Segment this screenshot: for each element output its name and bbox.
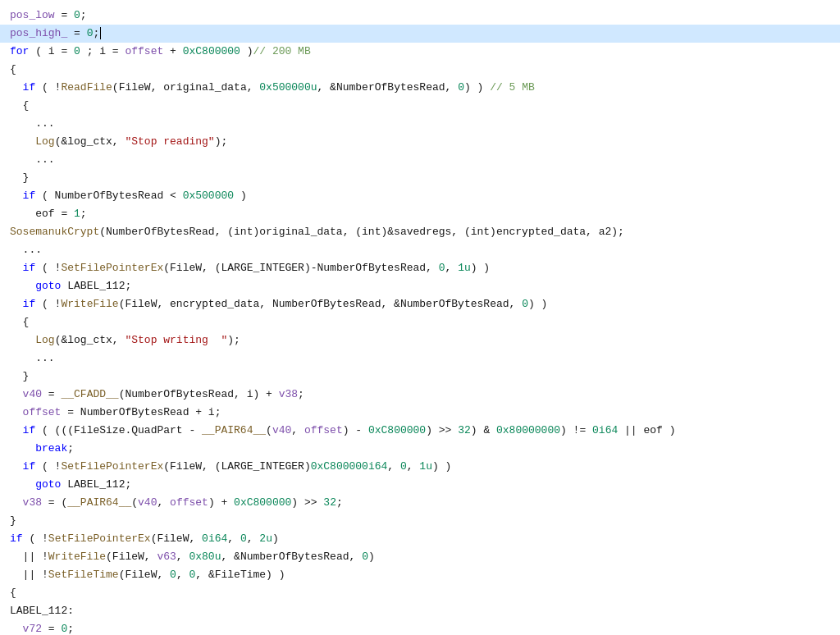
code-line-content: eof = 1; bbox=[10, 205, 830, 223]
code-token: 0 bbox=[240, 532, 247, 545]
code-token: ... bbox=[10, 153, 55, 166]
code-token: = bbox=[42, 388, 61, 400]
code-token: offset bbox=[170, 496, 208, 509]
code-token: = bbox=[42, 623, 61, 635]
code-token bbox=[10, 280, 35, 292]
code-token: 0xC800000 bbox=[234, 496, 291, 509]
code-token: (FileW, original_data, bbox=[112, 81, 259, 94]
code-line: v72 = 0; bbox=[0, 620, 840, 635]
code-token: i = bbox=[48, 45, 74, 57]
code-token: WriteFile bbox=[61, 298, 118, 310]
code-token: ); bbox=[227, 334, 240, 346]
code-token: if bbox=[23, 424, 36, 436]
code-token: 0 bbox=[362, 550, 368, 563]
code-token: ( bbox=[266, 424, 272, 436]
code-line-content: if ( !SetFilePointerEx(FileW, 0i64, 0, 2… bbox=[10, 530, 830, 548]
code-token: "Stop reading" bbox=[125, 135, 214, 148]
code-token: 0 bbox=[170, 569, 176, 581]
code-line-content: } bbox=[10, 169, 830, 187]
code-token: ... bbox=[10, 352, 55, 364]
code-line: SosemanukCrypt(NumberOfBytesRead, (int)o… bbox=[0, 223, 840, 241]
code-token: // 5 MB bbox=[490, 81, 535, 94]
code-line-content: || !SetFileTime(FileW, 0, 0, &FileTime) … bbox=[10, 566, 830, 584]
code-line-content: { bbox=[10, 313, 830, 331]
code-token: ... bbox=[10, 117, 55, 130]
code-token: ) >> bbox=[426, 424, 458, 436]
code-token: LABEL_112; bbox=[61, 280, 131, 292]
code-token: pos_low bbox=[10, 9, 55, 21]
code-token: 0 bbox=[400, 460, 407, 473]
code-line-content: { bbox=[10, 584, 830, 602]
code-line-content: || !WriteFile(FileW, v63, 0x80u, &Number… bbox=[10, 548, 830, 566]
code-line: LABEL_112: bbox=[0, 602, 840, 620]
code-line-content: pos_high_ = 0; bbox=[10, 25, 830, 43]
code-token: ( ! bbox=[23, 532, 48, 545]
code-token: v38 bbox=[23, 496, 42, 509]
code-token: ; bbox=[80, 9, 87, 21]
code-token: offset bbox=[304, 424, 343, 436]
code-line-content: ... bbox=[10, 241, 830, 259]
code-token: 0 bbox=[458, 81, 464, 94]
code-token: { bbox=[10, 316, 29, 328]
code-token: , bbox=[387, 460, 400, 473]
code-token: (&log_ctx, bbox=[55, 334, 126, 346]
code-token: 0i64 bbox=[202, 532, 227, 545]
code-token: ) ) bbox=[471, 262, 490, 274]
code-token: (FileW, encrypted_data, NumberOfBytesRea… bbox=[119, 298, 522, 310]
code-line-content: v72 = 0; bbox=[10, 620, 830, 635]
code-token: ; i = bbox=[80, 45, 126, 57]
code-token: SetFilePointerEx bbox=[48, 532, 151, 545]
code-line-content: v40 = __CFADD__(NumberOfBytesRead, i) + … bbox=[10, 386, 830, 404]
code-line-content: SosemanukCrypt(NumberOfBytesRead, (int)o… bbox=[10, 223, 830, 241]
code-token: goto bbox=[35, 280, 61, 292]
code-token: (NumberOfBytesRead, (int)original_data, … bbox=[99, 226, 624, 238]
code-token: 1 bbox=[74, 208, 80, 220]
code-line: goto LABEL_112; bbox=[0, 476, 840, 494]
code-token: "Stop writing " bbox=[125, 334, 227, 346]
code-token: 0x500000 bbox=[183, 190, 234, 202]
code-token: , bbox=[157, 496, 170, 509]
code-line-content: pos_low = 0; bbox=[10, 7, 830, 25]
code-token: ) bbox=[234, 190, 247, 202]
code-token: , &NumberOfBytesRead, bbox=[317, 81, 459, 94]
code-token: v40 bbox=[272, 424, 291, 436]
code-token: for bbox=[10, 45, 29, 57]
code-line-content: Log(&log_ctx, "Stop reading"); bbox=[10, 133, 830, 151]
code-token: || ! bbox=[10, 569, 48, 581]
code-line: Log(&log_ctx, "Stop writing "); bbox=[0, 331, 840, 349]
code-token: 0 bbox=[74, 45, 80, 57]
code-line: if ( !WriteFile(FileW, encrypted_data, N… bbox=[0, 295, 840, 313]
code-token: 0x80u bbox=[189, 550, 221, 563]
code-line: ... bbox=[0, 151, 840, 169]
code-line: { bbox=[0, 584, 840, 602]
code-token: } bbox=[10, 514, 16, 527]
code-token: } bbox=[10, 171, 29, 184]
code-token: ) != bbox=[560, 424, 592, 436]
code-line-content: if ( NumberOfBytesRead < 0x500000 ) bbox=[10, 187, 830, 205]
text-cursor bbox=[100, 27, 101, 39]
code-token: (FileW, bbox=[151, 532, 202, 545]
code-token: ( bbox=[131, 496, 138, 509]
code-token: if bbox=[23, 262, 36, 274]
code-token bbox=[10, 406, 23, 418]
code-token: 0xC800000 bbox=[368, 424, 426, 436]
code-line-content: if ( (((FileSize.QuadPart - __PAIR64__(v… bbox=[10, 422, 830, 440]
code-token: ; bbox=[67, 442, 74, 455]
code-token: 0i64 bbox=[592, 424, 618, 436]
code-token: ( (((FileSize.QuadPart - bbox=[35, 424, 202, 436]
code-token: ) bbox=[240, 45, 253, 57]
code-token: goto bbox=[35, 478, 61, 491]
code-token: , &FileTime) ) bbox=[195, 569, 285, 581]
code-token: 0x80000000 bbox=[496, 424, 560, 436]
code-token: } bbox=[10, 370, 29, 382]
code-token: LABEL_112: bbox=[10, 605, 74, 617]
code-token: ( ! bbox=[35, 262, 61, 274]
code-line: if ( !SetFilePointerEx(FileW, (LARGE_INT… bbox=[0, 259, 840, 277]
code-line: Log(&log_ctx, "Stop reading"); bbox=[0, 133, 840, 151]
code-token: 32 bbox=[323, 496, 336, 509]
code-line-content: { bbox=[10, 97, 830, 115]
code-token: // 200 MB bbox=[253, 45, 311, 57]
code-token bbox=[10, 442, 35, 455]
code-token bbox=[10, 81, 23, 94]
code-token bbox=[10, 460, 23, 473]
